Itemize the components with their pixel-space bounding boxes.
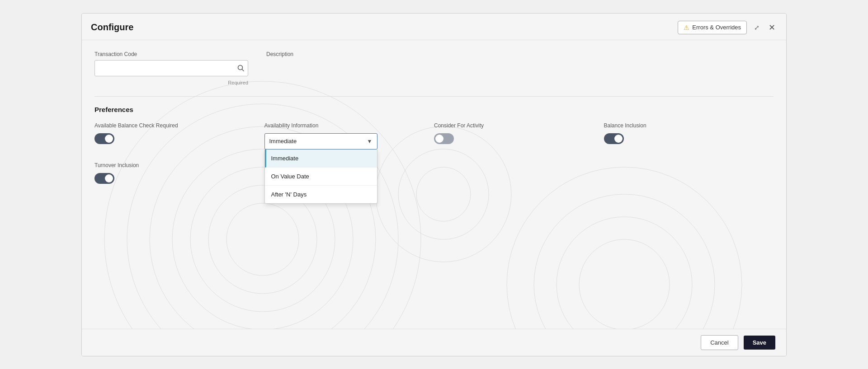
consider-for-activity-toggle[interactable] <box>434 133 454 144</box>
dropdown-option-immediate[interactable]: Immediate <box>265 149 377 168</box>
preferences-row-2: Turnover Inclusion <box>94 162 774 184</box>
turnover-inclusion-label: Turnover Inclusion <box>94 162 264 168</box>
modal-title: Configure <box>91 22 133 33</box>
transaction-code-input[interactable] <box>94 60 248 76</box>
balance-inclusion-label: Balance Inclusion <box>604 122 774 129</box>
description-field: Description <box>266 51 774 85</box>
errors-overrides-button[interactable]: ⚠ Errors & Overrides <box>678 21 747 34</box>
preferences-row: Available Balance Check Required Availab… <box>94 122 774 149</box>
consider-for-activity-pref: Consider For Activity <box>434 122 604 144</box>
transaction-code-input-wrap <box>94 60 248 76</box>
available-balance-label: Available Balance Check Required <box>94 122 264 129</box>
balance-inclusion-pref: Balance Inclusion <box>604 122 774 144</box>
dropdown-option-after-n-days[interactable]: After 'N' Days <box>265 186 377 203</box>
dropdown-selected-value: Immediate <box>269 138 297 145</box>
close-button[interactable]: ✕ <box>767 21 777 34</box>
chevron-down-icon: ▼ <box>367 138 373 145</box>
transaction-code-label: Transaction Code <box>94 51 248 57</box>
turnover-inclusion-pref: Turnover Inclusion <box>94 162 264 184</box>
search-icon <box>237 65 245 72</box>
warning-icon: ⚠ <box>684 24 689 31</box>
availability-info-menu: Immediate On Value Date After 'N' Days <box>264 149 377 204</box>
expand-icon: ⤢ <box>754 24 760 31</box>
dropdown-option-on-value-date[interactable]: On Value Date <box>265 168 377 186</box>
preferences-section: Preferences Available Balance Check Requ… <box>94 106 774 184</box>
consider-for-activity-label: Consider For Activity <box>434 122 604 129</box>
header-actions: ⚠ Errors & Overrides ⤢ ✕ <box>678 21 777 34</box>
balance-inclusion-toggle[interactable] <box>604 133 624 144</box>
save-button[interactable]: Save <box>744 336 775 350</box>
availability-info-dropdown-wrap: Immediate ▼ Immediate On Value Date A <box>264 133 377 149</box>
section-divider <box>94 96 774 97</box>
search-button[interactable] <box>237 65 245 72</box>
svg-line-1 <box>242 69 244 71</box>
cancel-button[interactable]: Cancel <box>701 335 738 350</box>
availability-info-pref: Availability Information Immediate ▼ Imm… <box>264 122 434 149</box>
available-balance-pref: Available Balance Check Required <box>94 122 264 144</box>
turnover-inclusion-toggle[interactable] <box>94 173 114 184</box>
configure-modal: Configure ⚠ Errors & Overrides ⤢ ✕ Trans… <box>81 13 787 356</box>
modal-header: Configure ⚠ Errors & Overrides ⤢ ✕ <box>82 14 786 40</box>
transaction-code-field: Transaction Code Required <box>94 51 248 85</box>
preferences-title: Preferences <box>94 106 774 113</box>
modal-body: Transaction Code Required Description <box>82 40 786 330</box>
close-icon: ✕ <box>769 23 775 33</box>
availability-info-label: Availability Information <box>264 122 434 129</box>
available-balance-toggle[interactable] <box>94 133 114 144</box>
modal-footer: Cancel Save <box>82 329 786 356</box>
expand-button[interactable]: ⤢ <box>752 22 761 33</box>
description-label: Description <box>266 51 774 57</box>
required-text: Required <box>94 80 248 85</box>
top-form-row: Transaction Code Required Description <box>94 51 774 85</box>
availability-info-dropdown[interactable]: Immediate ▼ <box>264 133 377 149</box>
